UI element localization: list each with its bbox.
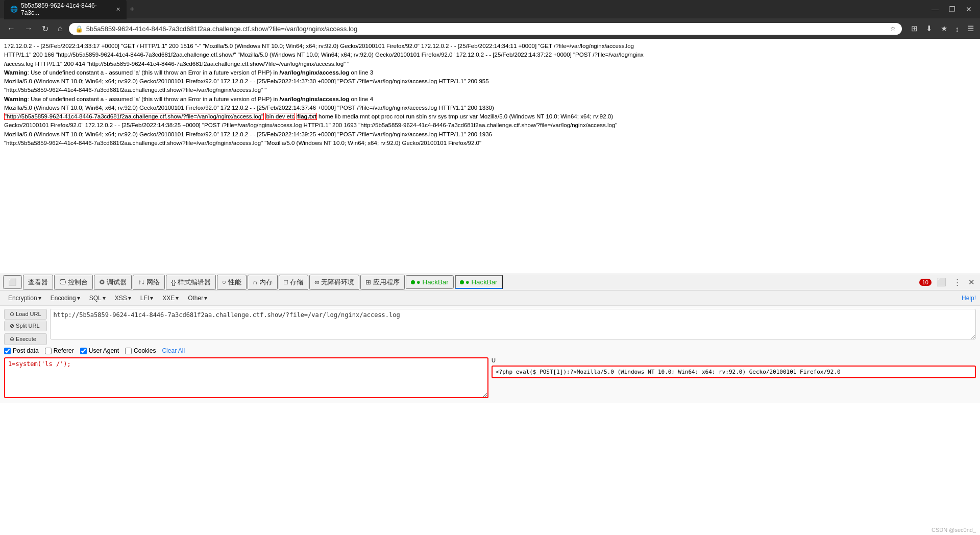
flag-txt-highlight: flag.txt	[297, 113, 317, 120]
devtools-tab-inspector[interactable]: 查看器	[23, 275, 53, 290]
ua-label: U	[492, 357, 976, 363]
cookies-checkbox[interactable]	[125, 348, 132, 354]
toolbar-icons: ⊞ ⬇ ★ ↕ ☰	[909, 23, 976, 34]
new-tab-button[interactable]: +	[127, 4, 137, 15]
devtools-tab-perf[interactable]: ○ 性能	[217, 275, 247, 290]
devtools-bar: ⬜ 查看器 🖵 控制台 ⚙ 调试器 ↑↓ 网络 {} 样式编辑器 ○ 性能 ∩ …	[0, 274, 980, 290]
devtools-tab-storage[interactable]: □ 存储	[279, 275, 308, 290]
content-line-5: "http://5b5a5859-9624-41c4-8446-7a3cd681…	[4, 86, 976, 94]
menu-button[interactable]: ☰	[965, 23, 976, 34]
line7-highlight: bin dev etc	[265, 113, 295, 120]
cookies-label: Cookies	[134, 347, 156, 354]
close-button[interactable]: ✕	[962, 4, 976, 14]
hackbar-options-row: Post data Referer User Agent Cookies Cle…	[4, 347, 976, 354]
reload-button[interactable]: ↻	[39, 23, 52, 35]
content-line-3: /access.log HTTP/1.1" 200 414 "http://5b…	[4, 60, 976, 68]
devtools-tab-accessibility[interactable]: ∞ 无障碍环境	[309, 275, 359, 290]
content-line-4: Mozilla/5.0 (Windows NT 10.0; Win64; x64…	[4, 77, 976, 86]
downloads-button[interactable]: ⬇	[924, 23, 935, 34]
hackbar-menu-encoding[interactable]: Encoding▾	[46, 293, 84, 303]
home-button[interactable]: ⌂	[55, 23, 66, 34]
devtools-tab-hackbar-2[interactable]: ● HackBar	[455, 275, 503, 289]
hackbar-ua-section: U	[492, 357, 976, 378]
line6-highlight: "http://5b5a5859-9624-41c4-8446-7a3cd681…	[4, 113, 264, 120]
bookmark-icon[interactable]: ☆	[890, 25, 896, 32]
hackbar-help-link[interactable]: Help!	[962, 295, 976, 302]
line6-start: Mozilla/5.0 (Windows NT 10.0; Win64; x64…	[4, 105, 494, 111]
hackbar-menu: Encryption▾ Encoding▾ SQL▾ XSS▾ LFI▾ XXE…	[0, 290, 980, 306]
hackbar-data-row: U	[4, 357, 976, 400]
post-data-option[interactable]: Post data	[4, 347, 39, 354]
content-line-2: HTTP/1.1" 200 166 "http://5b5a5859-9624-…	[4, 51, 976, 59]
devtools-resize-button[interactable]: ⬜	[935, 277, 948, 288]
active-tab[interactable]: 🌐 5b5a5859-9624-41c4-8446-7a3c... ✕	[4, 0, 127, 19]
xxe-chevron: ▾	[176, 295, 179, 302]
clear-all-link[interactable]: Clear All	[162, 347, 185, 354]
error-count-badge: 10	[919, 279, 932, 286]
content-line-1: 172.12.0.2 - - [25/Feb/2022:14:33:17 +00…	[4, 42, 976, 51]
minimize-button[interactable]: —	[927, 4, 943, 14]
devtools-tab-debugger[interactable]: ⚙ 调试器	[94, 275, 132, 290]
hackbar-ua-input[interactable]	[492, 366, 976, 378]
devtools-tab-memory[interactable]: ∩ 内存	[248, 275, 278, 290]
devtools-close-button[interactable]: ✕	[966, 277, 977, 288]
window-controls: — ❐ ✕	[927, 4, 976, 14]
devtools-inspector-icon[interactable]: ⬜	[3, 275, 22, 289]
content-line-8: Gecko/20100101 Firefox/92.0" 172.12.0.2 …	[4, 121, 976, 130]
warning-1-prefix: Warning	[4, 69, 28, 76]
forward-button[interactable]: →	[21, 23, 36, 34]
line7-suffix: Mozilla/5.0 (Windows NT 10.0; Win64; x64…	[479, 113, 613, 119]
line7-rest: home lib media mnt opt proc root run sbi…	[318, 113, 478, 119]
devtools-tab-app[interactable]: ⊞ 应用程序	[360, 275, 405, 290]
extensions-button[interactable]: ⊞	[909, 23, 920, 34]
devtools-tab-console[interactable]: 🖵 控制台	[54, 275, 93, 290]
load-url-button[interactable]: ⊙ Load URL	[4, 309, 47, 320]
hackbar-url-input[interactable]	[50, 309, 976, 339]
user-agent-option[interactable]: User Agent	[80, 347, 119, 354]
address-bar: ← → ↻ ⌂ 🔒 ☆ ⊞ ⬇ ★ ↕ ☰	[0, 18, 980, 39]
hackbar-post-data-input[interactable]	[4, 357, 488, 398]
hackbar-dot-2	[460, 280, 464, 284]
tab-title: 5b5a5859-9624-41c4-8446-7a3c...	[21, 2, 113, 16]
csdn-watermark: CSDN @sec0nd_	[932, 527, 976, 533]
hackbar-menu-xss[interactable]: XSS▾	[111, 293, 135, 303]
hackbar-body: ⊙ Load URL ⊘ Split URL ⊕ Execute Post da…	[0, 306, 980, 403]
sync-button[interactable]: ↕	[953, 23, 962, 34]
address-input[interactable]	[86, 25, 887, 33]
referer-option[interactable]: Referer	[45, 347, 74, 354]
warning-2-suffix: on line 4	[349, 96, 373, 102]
devtools-right-controls: 10 ⬜ ⋮ ✕	[919, 277, 977, 288]
address-bar-wrap: 🔒 ☆	[69, 23, 902, 35]
hackbar-menu-lfi[interactable]: LFI▾	[136, 293, 157, 303]
other-chevron: ▾	[204, 295, 207, 302]
xss-chevron: ▾	[128, 295, 131, 302]
lfi-chevron: ▾	[150, 295, 153, 302]
user-agent-checkbox[interactable]	[80, 348, 87, 354]
encryption-chevron: ▾	[38, 295, 41, 302]
content-line-9: Mozilla/5.0 (Windows NT 10.0; Win64; x64…	[4, 130, 976, 139]
hackbar-menu-xxe[interactable]: XXE▾	[158, 293, 183, 303]
maximize-button[interactable]: ❐	[945, 4, 960, 14]
execute-button[interactable]: ⊕ Execute	[4, 333, 47, 345]
back-button[interactable]: ←	[4, 23, 18, 34]
post-data-checkbox[interactable]	[4, 348, 11, 354]
cookies-option[interactable]: Cookies	[125, 347, 156, 354]
tab-close-button[interactable]: ✕	[116, 6, 120, 13]
hackbar-menu-other[interactable]: Other▾	[184, 293, 211, 303]
bookmarks-button[interactable]: ★	[939, 23, 949, 34]
devtools-tab-hackbar-1[interactable]: ● HackBar	[406, 275, 454, 289]
hackbar-dot-1	[411, 280, 415, 284]
devtools-more-button[interactable]: ⋮	[951, 277, 963, 288]
warning-line-2: Warning: Use of undefined constant a - a…	[4, 95, 976, 104]
devtools-tab-style[interactable]: {} 样式编辑器	[166, 275, 216, 290]
split-url-button[interactable]: ⊘ Split URL	[4, 321, 47, 331]
hackbar-menu-sql[interactable]: SQL▾	[85, 293, 110, 303]
hackbar-menu-encryption[interactable]: Encryption▾	[4, 293, 45, 303]
referer-checkbox[interactable]	[45, 348, 52, 354]
hackbar-side-buttons: ⊙ Load URL ⊘ Split URL ⊕ Execute	[4, 309, 47, 345]
user-agent-label: User Agent	[89, 347, 119, 354]
warning-1-suffix: on line 3	[349, 69, 373, 76]
devtools-tab-network[interactable]: ↑↓ 网络	[133, 275, 165, 290]
tab-favicon: 🌐	[10, 6, 18, 13]
encoding-chevron: ▾	[77, 295, 80, 302]
